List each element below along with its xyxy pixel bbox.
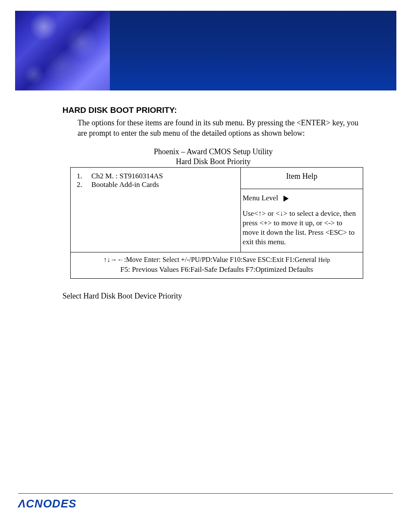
bios-legend-line2: F5: Previous Values F6:Fail-Safe Default…: [72, 265, 362, 275]
bios-panel: 1. Ch2 M. : ST9160314AS 2. Bootable Add-…: [70, 167, 363, 279]
banner-graphic: [15, 11, 110, 90]
bios-device-item: 1. Ch2 M. : ST9160314AS: [77, 172, 237, 180]
brand-logo: ΛCNODES: [18, 497, 393, 510]
footer-divider: [18, 493, 393, 494]
triangle-right-icon: [283, 196, 289, 202]
legend-text-b: Help: [318, 257, 330, 263]
bios-legend-line1: ↑↓→←:Move Enter: Select +/-/PU/PD:Value …: [72, 255, 362, 265]
menu-level-label: Menu Level: [243, 194, 278, 202]
bios-screen-name: Hard Disk Boot Priority: [62, 157, 364, 166]
menu-level-row: Menu Level: [243, 193, 360, 203]
device-label: Bootable Add-in Cards: [91, 180, 159, 189]
device-label: Ch2 M. : ST9160314AS: [91, 172, 163, 180]
header-banner: [15, 11, 396, 90]
bios-panel-body: 1. Ch2 M. : ST9160314AS 2. Bootable Add-…: [71, 168, 363, 252]
device-number: 1.: [77, 172, 91, 180]
bios-help-pane: Item Help Menu Level Use<↑> or <↓> to se…: [241, 168, 363, 252]
page-footer: ΛCNODES: [18, 493, 393, 511]
device-number: 2.: [77, 180, 91, 189]
banner-fill: [110, 11, 396, 90]
post-note: Select Hard Disk Boot Device Priority: [62, 292, 364, 301]
section-title: HARD DISK BOOT PRIORITY:: [62, 106, 364, 115]
legend-text-a: ↑↓→←:Move Enter: Select +/-/PU/PD:Value …: [103, 256, 316, 263]
bios-help-body: Menu Level Use<↑> or <↓> to select a dev…: [241, 189, 363, 252]
logo-text: ΛCNODES: [18, 497, 77, 510]
bios-key-legend: ↑↓→←:Move Enter: Select +/-/PU/PD:Value …: [71, 252, 363, 278]
bios-help-header: Item Help: [241, 168, 363, 189]
bios-device-item: 2. Bootable Add-in Cards: [77, 180, 237, 189]
bios-utility-title: Phoenix – Award CMOS Setup Utility: [62, 147, 364, 156]
bios-help-text: Use<↑> or <↓> to select a device, then p…: [243, 209, 360, 247]
bios-device-list: 1. Ch2 M. : ST9160314AS 2. Bootable Add-…: [71, 168, 241, 252]
content-area: HARD DISK BOOT PRIORITY: The options for…: [62, 106, 364, 301]
section-description: The options for these items are found in…: [78, 118, 364, 139]
